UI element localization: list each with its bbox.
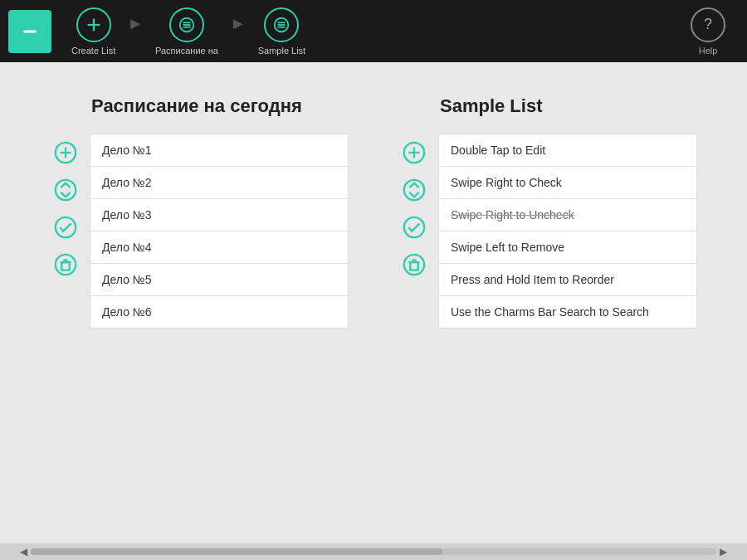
schedule-list-items: Дело №1 Дело №2 Дело №3 Дело №4 Дело №5 …: [90, 134, 349, 329]
reorder-circle-icon: [53, 178, 78, 202]
help-label: Help: [699, 46, 718, 56]
sample-title: Sample List: [398, 95, 697, 117]
list-item[interactable]: Дело №3: [90, 199, 348, 231]
nav-group: Create List ► Расписание на ►: [8, 1, 320, 62]
scroll-left-arrow[interactable]: ◀: [17, 546, 31, 558]
help-icon-circle: ?: [691, 7, 725, 42]
list-item[interactable]: Swipe Right to Check: [439, 167, 696, 199]
list-item[interactable]: Дело №4: [90, 231, 348, 264]
check-circle-icon: [53, 215, 78, 240]
help-button[interactable]: ? Help: [677, 1, 739, 62]
schedule-check-button[interactable]: [50, 208, 81, 246]
topbar: Create List ► Расписание на ►: [0, 0, 747, 62]
list-icon-1: [178, 16, 196, 34]
sample-add-button[interactable]: [398, 134, 430, 171]
schedule-section: Расписание на сегодня: [50, 95, 349, 329]
topbar-right: ? Help: [677, 1, 739, 62]
schedule-list-with-icons: Дело №1 Дело №2 Дело №3 Дело №4 Дело №5 …: [50, 134, 349, 329]
content-area: Расписание на сегодня: [0, 62, 747, 543]
trash-circle-icon: [53, 252, 78, 277]
question-mark-icon: ?: [704, 16, 712, 33]
reorder-circle-icon-2: [402, 178, 427, 202]
create-list-label: Create List: [71, 46, 115, 56]
schedule-title: Расписание на сегодня: [50, 95, 349, 117]
schedule-reorder-button[interactable]: [50, 171, 81, 208]
trash-circle-icon-2: [402, 252, 427, 277]
svg-point-16: [56, 254, 76, 274]
scroll-track[interactable]: [31, 548, 716, 555]
nav-schedule[interactable]: Расписание на: [140, 1, 233, 62]
list-item[interactable]: Use the Charms Bar Search to Search: [439, 296, 696, 328]
svg-point-25: [404, 217, 424, 236]
list-item[interactable]: Swipe Left to Remove: [439, 231, 696, 264]
back-button[interactable]: [8, 10, 51, 53]
sample-list-label: Sample List: [258, 46, 305, 56]
sample-list-with-icons: Double Tap to Edit Swipe Right to Check …: [398, 134, 697, 329]
minus-icon: [21, 22, 39, 41]
list-item[interactable]: Дело №5: [90, 264, 348, 296]
schedule-add-button[interactable]: [50, 134, 81, 171]
sample-check-button[interactable]: [398, 208, 430, 246]
add-circle-icon-2: [402, 140, 427, 165]
add-circle-icon: [53, 140, 78, 165]
create-list-icon-circle: [76, 7, 111, 42]
check-circle-icon-2: [402, 215, 427, 240]
scroll-right-arrow[interactable]: ▶: [716, 546, 730, 558]
list-icon-2: [272, 16, 290, 34]
schedule-icon-circle: [169, 7, 204, 42]
list-item[interactable]: Дело №6: [90, 296, 348, 328]
schedule-label: Расписание на: [155, 46, 218, 56]
sample-icons-col: [398, 134, 430, 283]
svg-rect-0: [23, 30, 37, 32]
sample-list-items: Double Tap to Edit Swipe Right to Check …: [438, 134, 697, 329]
sample-list-icon-circle: [264, 7, 299, 42]
plus-icon: [85, 16, 103, 34]
sample-section: Sample List: [398, 95, 697, 329]
bottom-scrollbar: ◀ ▶: [0, 543, 747, 560]
schedule-icons-col: [50, 134, 81, 283]
list-item[interactable]: Press and Hold Item to Reorder: [439, 264, 696, 296]
schedule-delete-button[interactable]: [50, 246, 81, 283]
svg-point-15: [56, 217, 76, 236]
nav-create-list[interactable]: Create List: [56, 1, 130, 62]
sample-delete-button[interactable]: [398, 246, 430, 283]
svg-point-26: [404, 254, 424, 274]
list-item-strikethrough[interactable]: Swipe Right to Uncheck: [439, 199, 696, 231]
nav-sample-list[interactable]: Sample List: [243, 1, 320, 62]
list-item[interactable]: Дело №1: [90, 134, 348, 167]
list-item[interactable]: Дело №2: [90, 167, 348, 199]
sample-reorder-button[interactable]: [398, 171, 430, 208]
list-item[interactable]: Double Tap to Edit: [439, 134, 696, 167]
scroll-thumb: [31, 548, 442, 555]
